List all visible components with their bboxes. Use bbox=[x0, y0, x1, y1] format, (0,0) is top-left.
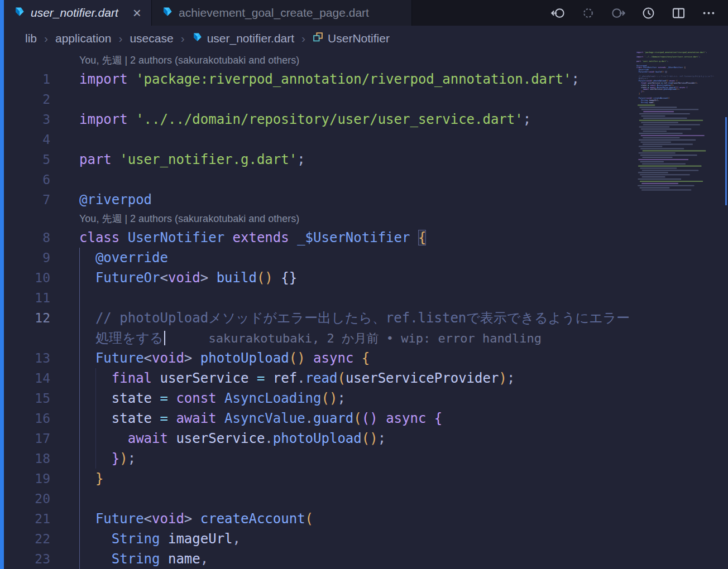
debug-step-out-icon[interactable] bbox=[610, 4, 626, 21]
line-number[interactable]: 2 bbox=[4, 89, 50, 109]
code-area[interactable]: You, 先週 | 2 authors (sakurakotubaki and … bbox=[4, 51, 728, 569]
debug-step-back-icon[interactable] bbox=[549, 4, 566, 21]
editor[interactable]: You, 先週 | 2 authors (sakurakotubaki and … bbox=[4, 51, 728, 569]
split-editor-icon[interactable] bbox=[670, 4, 687, 21]
breadcrumb-separator: › bbox=[44, 32, 48, 45]
editor-actions bbox=[538, 0, 728, 26]
symbol-class-icon bbox=[313, 32, 323, 45]
code-line[interactable] bbox=[50, 170, 728, 190]
code-line[interactable] bbox=[50, 89, 728, 109]
line-number[interactable]: 6 bbox=[4, 170, 50, 190]
dart-icon bbox=[14, 6, 25, 20]
code-line[interactable] bbox=[50, 129, 728, 150]
line-number[interactable]: 22 bbox=[4, 529, 50, 549]
codelens-link[interactable]: You, 先週 | 2 authors (sakurakotubaki and … bbox=[4, 210, 728, 228]
line-number[interactable]: 5 bbox=[4, 150, 50, 170]
line-number[interactable]: 15 bbox=[4, 388, 50, 408]
tab-bar: user_notifier.dart × achievement_goal_cr… bbox=[4, 0, 728, 26]
code-line[interactable]: part 'user_notifier.g.dart'; bbox=[50, 150, 728, 170]
timeline-icon[interactable] bbox=[640, 4, 657, 21]
line-number[interactable]: 17 bbox=[4, 428, 50, 449]
close-icon[interactable]: × bbox=[133, 6, 141, 20]
code-line[interactable]: await userService.photoUpload(); bbox=[50, 428, 728, 449]
line-number[interactable] bbox=[4, 328, 50, 348]
breadcrumb-item-file[interactable]: user_notifier.dart bbox=[192, 32, 294, 45]
vscode-window: user_notifier.dart × achievement_goal_cr… bbox=[0, 0, 728, 569]
code-line[interactable]: Future<void> createAccount( bbox=[50, 509, 728, 529]
breakpoint-circle-icon[interactable] bbox=[579, 4, 596, 21]
code-line[interactable] bbox=[50, 288, 728, 308]
line-number[interactable]: 18 bbox=[4, 449, 50, 469]
code-line[interactable]: 処理をするsakurakotubaki, 2 か月前 • wip: error … bbox=[50, 328, 728, 348]
line-number[interactable]: 10 bbox=[4, 268, 50, 288]
breadcrumb-item-application[interactable]: application bbox=[55, 32, 111, 45]
line-number[interactable]: 23 bbox=[4, 549, 50, 569]
line-number[interactable]: 13 bbox=[4, 348, 50, 368]
codelens-link[interactable]: You, 先週 | 2 authors (sakurakotubaki and … bbox=[4, 51, 728, 69]
line-number[interactable]: 8 bbox=[4, 228, 50, 248]
line-number[interactable]: 9 bbox=[4, 248, 50, 268]
tab-label: achievement_goal_create_page.dart bbox=[179, 6, 369, 20]
line-number[interactable]: 4 bbox=[4, 129, 50, 150]
line-number[interactable]: 19 bbox=[4, 469, 50, 489]
code-line[interactable]: @override bbox=[50, 248, 728, 268]
line-number[interactable]: 16 bbox=[4, 408, 50, 428]
code-line[interactable]: import 'package:riverpod_annotation/rive… bbox=[50, 69, 728, 89]
code-line[interactable]: @riverpod bbox=[50, 190, 728, 210]
tab-label: user_notifier.dart bbox=[31, 6, 118, 20]
line-number[interactable]: 7 bbox=[4, 190, 50, 210]
line-number[interactable]: 3 bbox=[4, 109, 50, 129]
breadcrumb: lib › application › usecase › user_notif… bbox=[4, 26, 633, 51]
breadcrumb-item-lib[interactable]: lib bbox=[25, 32, 37, 45]
breadcrumb-item-usecase[interactable]: usecase bbox=[130, 32, 173, 45]
code-line[interactable] bbox=[50, 489, 728, 509]
code-line[interactable]: // photoUploadメソッドがエラー出したら、ref.listenで表示… bbox=[50, 308, 728, 328]
code-line[interactable]: import '../../domain/repository/user/use… bbox=[50, 109, 728, 129]
line-number[interactable]: 11 bbox=[4, 288, 50, 308]
window-accent-border bbox=[0, 0, 4, 569]
code-line[interactable]: state = const AsyncLoading(); bbox=[50, 388, 728, 408]
breadcrumb-separator: › bbox=[118, 32, 122, 45]
git-blame-annotation: sakurakotubaki, 2 か月前 • wip: error handl… bbox=[209, 331, 542, 345]
line-number[interactable]: 14 bbox=[4, 368, 50, 388]
breadcrumb-item-symbol[interactable]: UserNotifier bbox=[313, 32, 390, 45]
code-line[interactable]: class UserNotifier extends _$UserNotifie… bbox=[50, 228, 728, 248]
line-number[interactable]: 20 bbox=[4, 489, 50, 509]
code-line[interactable]: final userService = ref.read(userService… bbox=[50, 368, 728, 388]
line-number[interactable]: 21 bbox=[4, 509, 50, 529]
dart-icon bbox=[192, 32, 203, 45]
tab-user-notifier[interactable]: user_notifier.dart × bbox=[4, 0, 152, 26]
line-number[interactable]: 1 bbox=[4, 69, 50, 89]
code-line[interactable]: String imageUrl, bbox=[50, 529, 728, 549]
code-line[interactable]: } bbox=[50, 469, 728, 489]
tab-achievement-goal-create-page[interactable]: achievement_goal_create_page.dart bbox=[152, 0, 412, 26]
code-line[interactable]: }); bbox=[50, 449, 728, 469]
code-line[interactable]: Future<void> photoUpload() async { bbox=[50, 348, 728, 368]
text-cursor bbox=[164, 331, 165, 345]
code-line[interactable]: state = await AsyncValue.guard(() async … bbox=[50, 408, 728, 428]
breadcrumb-separator: › bbox=[181, 32, 185, 45]
code-line[interactable]: String name, bbox=[50, 549, 728, 569]
more-actions-icon[interactable] bbox=[700, 4, 717, 21]
code-line[interactable]: FutureOr<void> build() {} bbox=[50, 268, 728, 288]
breadcrumb-separator: › bbox=[301, 32, 305, 45]
line-number[interactable]: 12 bbox=[4, 308, 50, 328]
dart-icon bbox=[162, 6, 173, 20]
